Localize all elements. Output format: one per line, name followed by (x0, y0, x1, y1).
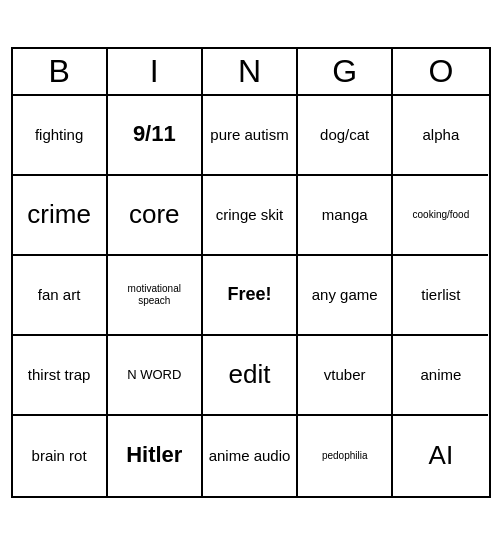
bingo-cell-20: brain rot (13, 416, 108, 496)
bingo-cell-11: motivational speach (108, 256, 203, 336)
bingo-cell-19: anime (393, 336, 488, 416)
header-letter-n: N (203, 49, 298, 94)
bingo-cell-0: fighting (13, 96, 108, 176)
bingo-cell-1: 9/11 (108, 96, 203, 176)
bingo-cell-8: manga (298, 176, 393, 256)
bingo-cell-6: core (108, 176, 203, 256)
bingo-cell-7: cringe skit (203, 176, 298, 256)
bingo-header: BINGO (13, 49, 489, 96)
bingo-cell-5: crime (13, 176, 108, 256)
bingo-cell-3: dog/cat (298, 96, 393, 176)
bingo-cell-17: edit (203, 336, 298, 416)
bingo-cell-4: alpha (393, 96, 488, 176)
bingo-card: BINGO fighting9/11pure autismdog/catalph… (11, 47, 491, 498)
header-letter-i: I (108, 49, 203, 94)
bingo-cell-12: Free! (203, 256, 298, 336)
bingo-cell-13: any game (298, 256, 393, 336)
header-letter-g: G (298, 49, 393, 94)
bingo-cell-21: Hitler (108, 416, 203, 496)
header-letter-b: B (13, 49, 108, 94)
bingo-cell-2: pure autism (203, 96, 298, 176)
bingo-cell-10: fan art (13, 256, 108, 336)
bingo-cell-9: cooking/food (393, 176, 488, 256)
bingo-cell-16: N WORD (108, 336, 203, 416)
bingo-cell-24: AI (393, 416, 488, 496)
bingo-cell-23: pedophilia (298, 416, 393, 496)
bingo-cell-18: vtuber (298, 336, 393, 416)
bingo-cell-22: anime audio (203, 416, 298, 496)
bingo-cell-14: tierlist (393, 256, 488, 336)
bingo-cell-15: thirst trap (13, 336, 108, 416)
bingo-grid: fighting9/11pure autismdog/catalphacrime… (13, 96, 489, 496)
header-letter-o: O (393, 49, 488, 94)
